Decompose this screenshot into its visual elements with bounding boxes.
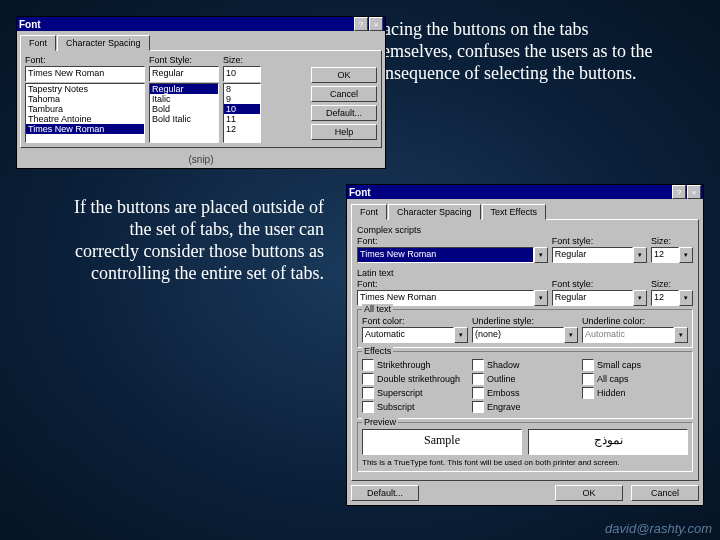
checkbox-icon[interactable] <box>362 373 374 385</box>
chevron-down-icon[interactable]: ▾ <box>564 327 578 343</box>
titlebar: Font ? × <box>17 17 385 31</box>
latin-label: Latin text <box>357 268 693 278</box>
list-item[interactable]: 12 <box>224 124 260 134</box>
label-underline: Underline style: <box>472 316 578 326</box>
chk-engrave[interactable]: Engrave <box>472 401 578 413</box>
checkbox-icon[interactable] <box>362 359 374 371</box>
help-button[interactable]: Help <box>311 124 377 140</box>
list-item[interactable]: 8 <box>224 84 260 94</box>
alltext-label: All text <box>362 304 393 314</box>
style-combo[interactable]: Regular▾ <box>552 247 647 263</box>
chevron-down-icon[interactable]: ▾ <box>454 327 468 343</box>
list-item[interactable]: Tambura <box>26 104 144 114</box>
size-list[interactable]: 8 9 10 11 12 <box>223 83 261 143</box>
chk-outline[interactable]: Outline <box>472 373 578 385</box>
chk-emboss[interactable]: Emboss <box>472 387 578 399</box>
chk-shadow[interactable]: Shadow <box>472 359 578 371</box>
latin-style-input[interactable]: Regular <box>552 290 633 306</box>
color-input[interactable]: Automatic <box>362 327 454 343</box>
list-item[interactable]: Regular <box>150 84 218 94</box>
chk-sub[interactable]: Subscript <box>362 401 468 413</box>
preview-right: نموذج <box>528 429 688 455</box>
list-item[interactable]: 11 <box>224 114 260 124</box>
latin-size-combo[interactable]: 12▾ <box>651 290 693 306</box>
tab-text-effects[interactable]: Text Effects <box>482 204 546 220</box>
size-combo[interactable]: 12▾ <box>651 247 693 263</box>
chevron-down-icon[interactable]: ▾ <box>679 247 693 263</box>
ucolor-combo[interactable]: Automatic▾ <box>582 327 688 343</box>
font-combo[interactable]: Times New Roman▾ <box>357 247 548 263</box>
preview-group: Preview Sample نموذج This is a TrueType … <box>357 422 693 472</box>
list-item[interactable]: Italic <box>150 94 218 104</box>
label-ucolor: Underline color: <box>582 316 688 326</box>
chevron-down-icon[interactable]: ▾ <box>534 247 548 263</box>
window-title: Font <box>349 187 671 198</box>
label-font: Font: <box>25 55 145 65</box>
label-size: Size: <box>651 279 693 289</box>
label-style: Font style: <box>552 279 647 289</box>
chevron-down-icon[interactable]: ▾ <box>679 290 693 306</box>
list-item[interactable]: 10 <box>224 104 260 114</box>
font-list[interactable]: Tapestry Notes Tahoma Tambura Theatre An… <box>25 83 145 143</box>
checkbox-icon[interactable] <box>472 359 484 371</box>
size-input[interactable]: 12 <box>651 247 679 263</box>
help-icon[interactable]: ? <box>672 185 686 199</box>
chk-hidden[interactable]: Hidden <box>582 387 688 399</box>
checkbox-icon[interactable] <box>472 373 484 385</box>
size-input[interactable]: 10 <box>223 66 261 82</box>
underline-combo[interactable]: (none)▾ <box>472 327 578 343</box>
tab-font[interactable]: Font <box>20 35 56 51</box>
label-font: Font: <box>357 236 548 246</box>
tab-font[interactable]: Font <box>351 204 387 220</box>
list-item[interactable]: Tapestry Notes <box>26 84 144 94</box>
default-button[interactable]: Default... <box>311 105 377 121</box>
truetype-hint: This is a TrueType font. This font will … <box>362 458 688 467</box>
default-button[interactable]: Default... <box>351 485 419 501</box>
help-icon[interactable]: ? <box>354 17 368 31</box>
checkbox-icon[interactable] <box>472 387 484 399</box>
chevron-down-icon[interactable]: ▾ <box>633 247 647 263</box>
chk-super[interactable]: Superscript <box>362 387 468 399</box>
chk-smallcaps[interactable]: Small caps <box>582 359 688 371</box>
cancel-button[interactable]: Cancel <box>311 86 377 102</box>
font-input[interactable]: Times New Roman <box>357 247 534 263</box>
list-item[interactable]: Bold Italic <box>150 114 218 124</box>
checkbox-icon[interactable] <box>582 359 594 371</box>
chk-strike[interactable]: Strikethrough <box>362 359 468 371</box>
effects-group: Effects Strikethrough Double strikethrou… <box>357 351 693 419</box>
chevron-down-icon[interactable]: ▾ <box>534 290 548 306</box>
chk-dblstrike[interactable]: Double strikethrough <box>362 373 468 385</box>
latin-size-input[interactable]: 12 <box>651 290 679 306</box>
checkbox-icon[interactable] <box>472 401 484 413</box>
tab-char-spacing[interactable]: Character Spacing <box>388 204 481 220</box>
preview-left: Sample <box>362 429 522 455</box>
latin-style-combo[interactable]: Regular▾ <box>552 290 647 306</box>
checkbox-icon[interactable] <box>582 387 594 399</box>
cancel-button[interactable]: Cancel <box>631 485 699 501</box>
close-icon[interactable]: × <box>687 185 701 199</box>
list-item[interactable]: Theatre Antoine <box>26 114 144 124</box>
chk-allcaps[interactable]: All caps <box>582 373 688 385</box>
chevron-down-icon[interactable]: ▾ <box>633 290 647 306</box>
underline-input[interactable]: (none) <box>472 327 564 343</box>
close-icon[interactable]: × <box>369 17 383 31</box>
font-input[interactable]: Times New Roman <box>25 66 145 82</box>
preview-label: Preview <box>362 417 398 427</box>
style-list[interactable]: Regular Italic Bold Bold Italic <box>149 83 219 143</box>
tab-panel: Font: Times New Roman Tapestry Notes Tah… <box>20 50 382 148</box>
style-input[interactable]: Regular <box>149 66 219 82</box>
tab-char-spacing[interactable]: Character Spacing <box>57 35 150 51</box>
list-item[interactable]: Tahoma <box>26 94 144 104</box>
ucolor-input: Automatic <box>582 327 674 343</box>
label-font: Font: <box>357 279 548 289</box>
list-item[interactable]: Times New Roman <box>26 124 144 134</box>
ok-button[interactable]: OK <box>311 67 377 83</box>
list-item[interactable]: Bold <box>150 104 218 114</box>
checkbox-icon[interactable] <box>362 401 374 413</box>
ok-button[interactable]: OK <box>555 485 623 501</box>
color-combo[interactable]: Automatic▾ <box>362 327 468 343</box>
checkbox-icon[interactable] <box>362 387 374 399</box>
checkbox-icon[interactable] <box>582 373 594 385</box>
list-item[interactable]: 9 <box>224 94 260 104</box>
style-input[interactable]: Regular <box>552 247 633 263</box>
